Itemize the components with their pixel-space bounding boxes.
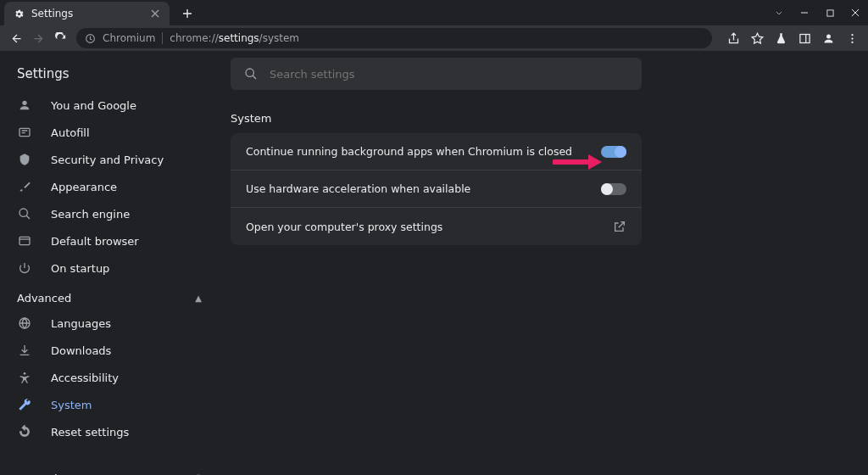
person-icon xyxy=(17,98,32,113)
accessibility-icon xyxy=(17,370,32,385)
sidebar-item-appearance[interactable]: Appearance xyxy=(0,173,219,200)
search-field[interactable] xyxy=(270,68,628,81)
reset-icon xyxy=(17,424,32,439)
omnibox[interactable]: Chromium chrome://settings/system xyxy=(76,28,712,48)
toggle-background-apps[interactable] xyxy=(601,146,626,158)
toolbar: Chromium chrome://settings/system xyxy=(0,25,868,51)
sidebar-item-security[interactable]: Security and Privacy xyxy=(0,146,219,173)
browser-icon xyxy=(17,233,32,249)
sidebar-item-label: Search engine xyxy=(51,208,130,221)
sidebar-item-label: System xyxy=(51,399,92,411)
reload-button[interactable] xyxy=(49,27,71,49)
power-icon xyxy=(17,260,32,276)
sidebar: Settings You and GoogleAutofillSecurity … xyxy=(0,51,219,475)
sidebar-item-startup[interactable]: On startup xyxy=(0,254,219,282)
new-tab-button[interactable] xyxy=(176,3,198,25)
browser-tab[interactable]: Settings xyxy=(4,2,170,25)
svg-point-6 xyxy=(851,41,853,42)
download-icon xyxy=(17,343,32,358)
omnibox-url-pre: chrome:// xyxy=(170,32,218,44)
svg-rect-10 xyxy=(19,237,30,244)
svg-point-4 xyxy=(851,34,853,36)
panel-icon[interactable] xyxy=(793,27,815,49)
search-input[interactable] xyxy=(231,58,642,90)
titlebar: Settings xyxy=(0,0,868,25)
sidebar-item-label: On startup xyxy=(51,262,109,275)
sidebar-item-label: Accessibility xyxy=(51,372,119,384)
wrench-icon xyxy=(17,397,32,412)
sidebar-item-label: Downloads xyxy=(51,344,111,357)
omnibox-prefix: Chromium xyxy=(103,32,163,44)
search-icon xyxy=(17,206,32,221)
svg-point-12 xyxy=(24,372,26,375)
sidebar-item-label: Reset settings xyxy=(51,426,129,439)
globe-icon xyxy=(17,316,32,331)
sidebar-item-search-engine[interactable]: Search engine xyxy=(0,200,219,227)
chevron-up-icon: ▲ xyxy=(195,293,202,303)
svg-point-5 xyxy=(851,37,853,39)
svg-rect-0 xyxy=(826,9,832,15)
chevron-down-icon[interactable] xyxy=(766,0,792,25)
sidebar-item-reset[interactable]: Reset settings xyxy=(0,418,219,445)
sidebar-item-label: Default browser xyxy=(51,235,139,248)
back-button[interactable] xyxy=(5,27,27,49)
share-icon[interactable] xyxy=(722,27,744,49)
close-icon[interactable] xyxy=(149,9,161,18)
row-background-apps: Continue running background apps when Ch… xyxy=(231,133,642,170)
sidebar-item-label: Appearance xyxy=(51,181,117,193)
omnibox-url-bold: settings xyxy=(219,32,259,44)
profile-icon[interactable] xyxy=(817,27,839,49)
close-window-button[interactable] xyxy=(843,0,868,25)
sidebar-item-label: Autofill xyxy=(51,126,90,139)
sidebar-item-accessibility[interactable]: Accessibility xyxy=(0,364,219,391)
row-hardware-acceleration: Use hardware acceleration when available xyxy=(231,170,642,208)
advanced-label: Advanced xyxy=(17,292,71,305)
advanced-section[interactable]: Advanced ▲ xyxy=(0,282,219,310)
sidebar-item-label: Languages xyxy=(51,317,111,330)
row-proxy-settings[interactable]: Open your computer's proxy settings xyxy=(231,208,642,245)
minimize-button[interactable] xyxy=(792,0,817,25)
svg-point-3 xyxy=(826,34,831,38)
brush-icon xyxy=(17,179,32,194)
extensions-link[interactable]: Extensions xyxy=(0,462,219,475)
sidebar-item-you-google[interactable]: You and Google xyxy=(0,92,219,119)
main: System Continue running background apps … xyxy=(219,51,868,475)
gear-icon xyxy=(13,8,25,20)
forward-button[interactable] xyxy=(27,27,49,49)
sidebar-item-label: Security and Privacy xyxy=(51,154,164,166)
svg-point-9 xyxy=(19,209,27,216)
section-title: System xyxy=(219,90,868,133)
toggle-hardware-acceleration[interactable] xyxy=(601,183,626,195)
svg-point-7 xyxy=(22,101,26,105)
settings-card: Continue running background apps when Ch… xyxy=(231,133,642,245)
shield-icon xyxy=(17,152,32,167)
window-controls xyxy=(766,0,868,25)
flask-icon[interactable] xyxy=(770,27,792,49)
page-title: Settings xyxy=(0,58,219,92)
svg-point-13 xyxy=(246,69,253,76)
sidebar-item-downloads[interactable]: Downloads xyxy=(0,337,219,364)
sidebar-item-system[interactable]: System xyxy=(0,391,219,418)
search-icon xyxy=(244,67,258,81)
menu-icon[interactable] xyxy=(841,27,863,49)
omnibox-url-post: /system xyxy=(259,32,299,44)
external-link-icon xyxy=(613,220,626,233)
svg-rect-2 xyxy=(799,34,809,42)
maximize-button[interactable] xyxy=(817,0,843,25)
autofill-icon xyxy=(17,125,32,140)
sidebar-item-languages[interactable]: Languages xyxy=(0,310,219,337)
sidebar-item-default-browser[interactable]: Default browser xyxy=(0,227,219,254)
sidebar-item-autofill[interactable]: Autofill xyxy=(0,119,219,146)
bookmark-icon[interactable] xyxy=(746,27,768,49)
tab-title: Settings xyxy=(31,8,73,20)
sidebar-item-label: You and Google xyxy=(51,99,136,112)
